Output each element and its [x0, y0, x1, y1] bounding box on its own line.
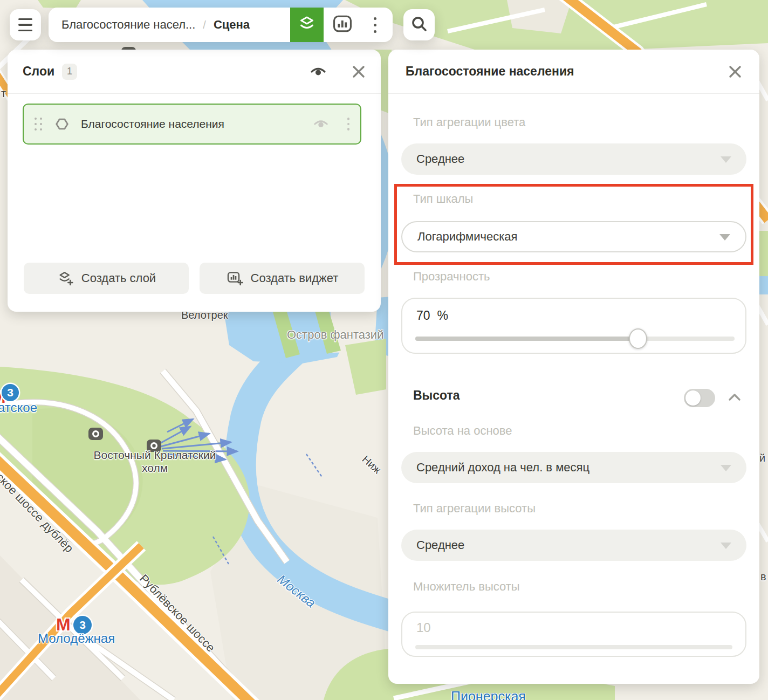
create-widget-icon: [226, 270, 243, 287]
breadcrumb-bar: Благосостояние насел... / Сцена: [49, 8, 393, 42]
bar-chart-icon: [332, 14, 353, 36]
chevron-down-icon: [721, 465, 731, 471]
opacity-field: 70 %: [401, 298, 746, 354]
settings-panel-close-icon[interactable]: [728, 65, 742, 79]
height-multiplier-track: [415, 645, 732, 649]
height-multiplier-input[interactable]: [416, 620, 718, 635]
opacity-label: Прозрачность: [413, 270, 490, 284]
color-aggregation-label: Тип агрегации цвета: [413, 115, 525, 129]
metro-line3-badge-2: 3: [2, 384, 19, 401]
layers-panel: Слои 1 Благо: [8, 50, 381, 312]
layer-kebab-icon[interactable]: [347, 118, 350, 131]
layer-settings-panel: Благосостояние населения Тип агрегации ц…: [388, 50, 759, 684]
layer-eye-icon[interactable]: [313, 116, 329, 132]
menu-button[interactable]: [10, 9, 41, 40]
height-toggle[interactable]: [684, 389, 715, 407]
opacity-slider-track[interactable]: [415, 337, 735, 341]
layers-icon: [297, 14, 317, 36]
toggle-knob: [685, 390, 701, 406]
layer-name: Благосостояние населения: [81, 118, 224, 131]
settings-panel-header: Благосостояние населения: [388, 50, 759, 94]
opacity-number: 70: [416, 308, 430, 322]
height-aggregation-value: Среднее: [416, 538, 464, 552]
height-aggregation-label: Тип агрегации высоты: [413, 502, 536, 516]
widgets-mode-button[interactable]: [326, 8, 359, 42]
height-multiplier-field: [401, 612, 746, 657]
search-icon: [410, 15, 428, 35]
layers-panel-title: Слои: [23, 64, 54, 79]
layer-row[interactable]: Благосостояние населения: [23, 104, 361, 145]
create-layer-button[interactable]: Создать слой: [24, 263, 189, 294]
map-label-frag-t: т: [1, 87, 6, 100]
color-aggregation-value: Среднее: [416, 152, 464, 166]
opacity-unit: %: [437, 308, 448, 322]
opacity-slider-thumb[interactable]: [629, 327, 648, 350]
layers-visibility-eye-icon[interactable]: [310, 63, 327, 80]
height-source-label: Высота на основе: [413, 424, 512, 438]
color-aggregation-select: Среднее: [401, 143, 746, 175]
height-multiplier-label: Множитель высоты: [413, 580, 520, 594]
more-options-button[interactable]: [361, 8, 388, 42]
layers-count-badge: 1: [62, 64, 77, 80]
hexagon-layer-icon: [54, 116, 70, 132]
layers-mode-button[interactable]: [290, 8, 324, 42]
chevron-down-icon: [719, 234, 730, 241]
map-label-ostrov: Остров фантазий: [287, 328, 383, 342]
map-label-molodezhnaya: Молодёжная: [38, 631, 115, 646]
layers-panel-close-icon[interactable]: [352, 65, 366, 79]
map-label-frag-y: й: [759, 452, 765, 464]
app-stage: Велотрек Остров фантазий Восточный Крыла…: [0, 0, 768, 700]
layers-panel-header: Слои 1: [8, 50, 381, 94]
create-layer-icon: [57, 270, 74, 287]
breadcrumb-separator: /: [203, 19, 206, 31]
create-widget-label: Создать виджет: [251, 271, 339, 285]
chevron-down-icon: [721, 543, 731, 549]
collapse-chevron-up-icon[interactable]: [728, 393, 741, 403]
scale-type-label: Тип шкалы: [413, 192, 473, 206]
opacity-slider-fill: [415, 337, 639, 341]
create-layer-label: Создать слой: [81, 271, 156, 285]
height-aggregation-select: Среднее: [401, 530, 746, 561]
create-widget-button[interactable]: Создать виджет: [200, 263, 365, 294]
map-label-hill: Восточный Крылатский холм: [63, 449, 246, 475]
breadcrumb-project[interactable]: Благосостояние насел...: [61, 18, 195, 32]
opacity-value: 70 %: [416, 308, 448, 323]
height-source-value: Средний доход на чел. в месяц: [416, 461, 589, 475]
hill-line1: Восточный Крылатский: [94, 449, 216, 461]
map-label-frag-v: в: [760, 571, 766, 583]
chevron-down-icon: [721, 156, 731, 163]
height-section-title: Высота: [413, 388, 460, 403]
height-source-select: Средний доход на чел. в месяц: [401, 452, 746, 483]
breadcrumb-scene: Сцена: [214, 18, 250, 32]
map-label-pionerskaya: Пионерская: [451, 689, 526, 700]
settings-panel-title: Благосостояние населения: [406, 64, 574, 79]
hill-line2: холм: [142, 462, 168, 474]
scale-type-select[interactable]: Логарифмическая: [401, 221, 746, 252]
map-label-atskoe: атское: [0, 400, 37, 415]
search-button[interactable]: [403, 9, 435, 40]
drag-handle[interactable]: [35, 118, 42, 131]
scale-type-value: Логарифмическая: [417, 230, 517, 244]
